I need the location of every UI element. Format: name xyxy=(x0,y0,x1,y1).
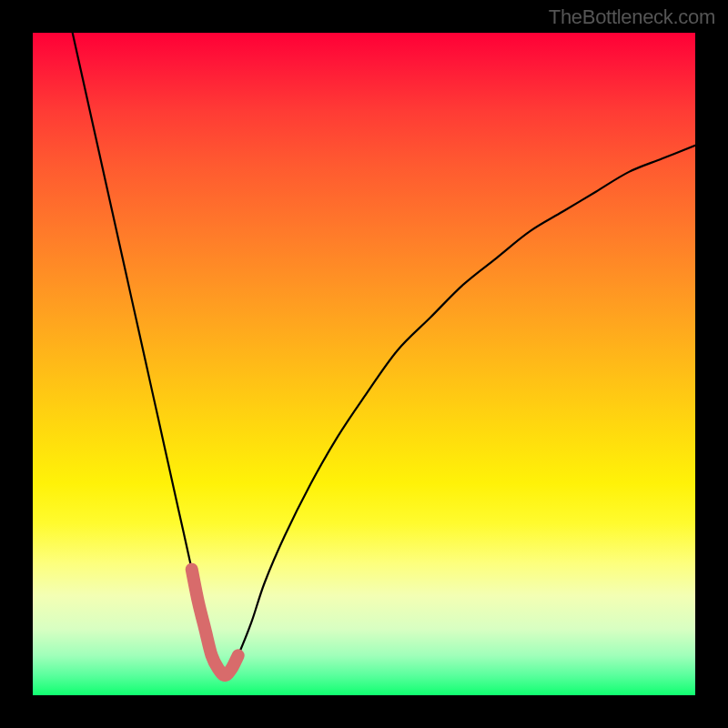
plot-area xyxy=(33,33,695,695)
bottleneck-curve xyxy=(33,33,695,695)
curve-valley-highlight xyxy=(192,570,238,675)
curve-main xyxy=(73,33,695,675)
attribution-text: TheBottleneck.com xyxy=(549,5,715,29)
